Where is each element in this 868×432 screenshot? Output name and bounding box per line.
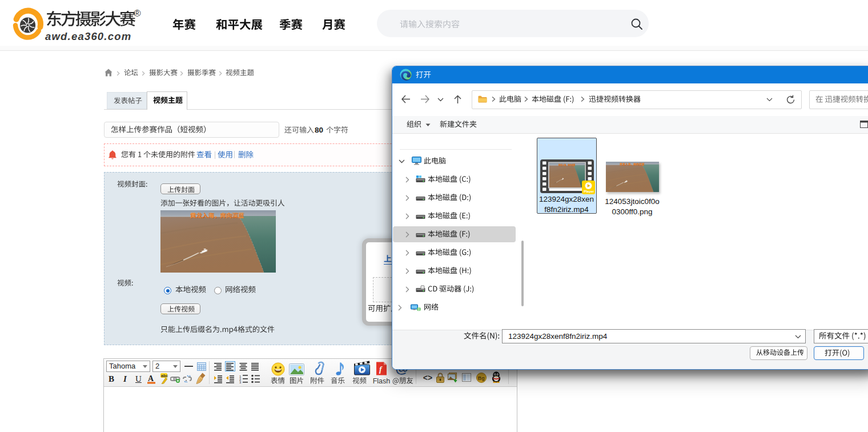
svg-text:A: A <box>148 374 154 383</box>
svg-text:abc: abc <box>161 374 168 378</box>
svg-text:Bg: Bg <box>478 375 485 381</box>
svg-text:3: 3 <box>239 381 242 383</box>
svg-text:Player: Player <box>584 190 594 193</box>
